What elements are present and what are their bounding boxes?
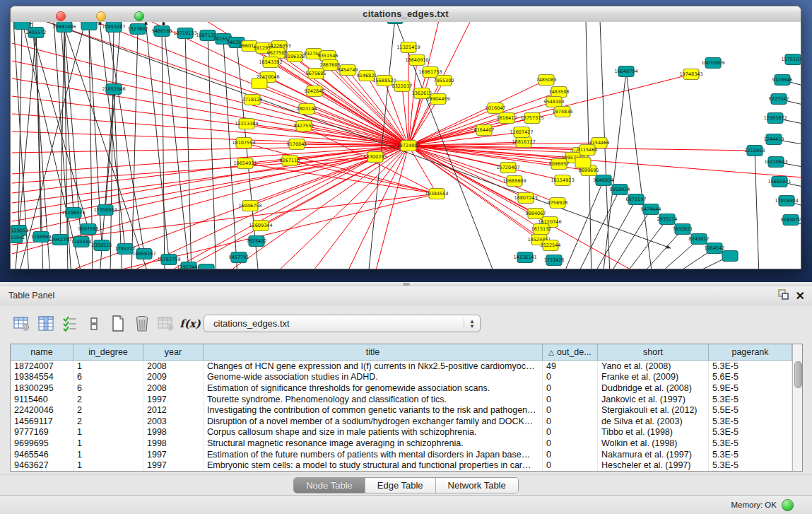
graph-node[interactable]: 8164407 bbox=[474, 125, 495, 136]
column-header-out_de[interactable]: △out_de... bbox=[543, 344, 598, 360]
graph-node[interactable]: 16816127 bbox=[512, 137, 535, 148]
graph-node[interactable] bbox=[722, 251, 738, 262]
table-cell[interactable]: Wolkin et al. (1998) bbox=[598, 438, 709, 449]
table-row[interactable]: 911546021997Tourette syndrome. Phenomeno… bbox=[11, 394, 792, 405]
table-cell[interactable]: 1 bbox=[73, 438, 143, 449]
table-cell[interactable]: 6 bbox=[73, 372, 143, 383]
graph-node[interactable]: 12093872 bbox=[763, 113, 787, 124]
table-cell[interactable]: 9463627 bbox=[11, 460, 73, 471]
table-cell[interactable]: Estimation of significance thresholds fo… bbox=[204, 382, 543, 394]
table-cell[interactable]: Dudbridge et al. (2008) bbox=[598, 382, 709, 394]
table-cell[interactable]: 1 bbox=[73, 361, 143, 372]
graph-node[interactable]: 9245072 bbox=[781, 215, 801, 226]
table-cell[interactable]: Nakamura et al. (1997) bbox=[598, 449, 709, 460]
table-cell[interactable]: 5.3E-5 bbox=[709, 460, 792, 471]
table-cell[interactable]: 0 bbox=[543, 460, 598, 471]
graph-node[interactable]: 10853287 bbox=[102, 22, 125, 33]
graph-node[interactable]: 1615132 bbox=[531, 224, 552, 235]
graph-node[interactable]: 5675685 bbox=[306, 69, 326, 79]
column-header-name[interactable]: name bbox=[11, 344, 73, 360]
table-cell[interactable]: Franke et al. (2009) bbox=[598, 372, 709, 383]
memory-indicator[interactable] bbox=[782, 499, 794, 511]
table-cell[interactable]: 5.3E-5 bbox=[709, 394, 792, 405]
graph-node[interactable] bbox=[575, 158, 591, 168]
graph-node[interactable]: 14136141 bbox=[513, 252, 536, 263]
delete-column-button[interactable] bbox=[155, 313, 177, 335]
graph-node[interactable]: 1616412 bbox=[497, 113, 517, 124]
graph-node[interactable]: 2522544 bbox=[541, 240, 561, 251]
graph-node[interactable]: 8958924 bbox=[610, 185, 630, 195]
table-row[interactable]: 977716911998Corpus callosum shape and si… bbox=[11, 427, 792, 438]
table-cell[interactable]: 14569117 bbox=[11, 416, 73, 427]
graph-node[interactable]: 1016047 bbox=[486, 103, 506, 114]
table-cell[interactable]: 1997 bbox=[143, 394, 204, 405]
table-cell[interactable]: Embryonic stem cells: a model to study s… bbox=[204, 460, 543, 471]
table-cell[interactable]: 5.3E-5 bbox=[709, 361, 792, 372]
graph-node[interactable]: 8322037 bbox=[392, 81, 413, 92]
graph-node[interactable]: 2803144 bbox=[297, 104, 317, 115]
graph-node[interactable]: 9115460 bbox=[577, 145, 598, 156]
column-header-short[interactable]: short bbox=[598, 344, 709, 360]
network-canvas[interactable]: 2405572206914061085328715276029466160107… bbox=[11, 22, 801, 269]
graph-node[interactable]: 11325419 bbox=[396, 42, 420, 53]
graph-node[interactable]: 12923446 bbox=[177, 262, 200, 269]
table-cell[interactable]: 9699695 bbox=[11, 438, 73, 449]
table-row[interactable]: 1872400712008Changes of HCN gene express… bbox=[11, 361, 792, 372]
scrollbar-thumb[interactable] bbox=[794, 361, 802, 388]
graph-node[interactable]: 18107554 bbox=[232, 138, 255, 148]
graph-node[interactable]: 2935114 bbox=[657, 214, 678, 225]
table-cell[interactable]: 9777169 bbox=[11, 427, 73, 438]
table-selector-dropdown[interactable]: citations_edges.txt ▲▼ bbox=[204, 315, 481, 332]
table-cell[interactable]: 9115460 bbox=[11, 394, 73, 405]
table-cell[interactable]: 0 bbox=[543, 416, 598, 427]
graph-node[interactable]: 9548303 bbox=[544, 97, 565, 107]
table-row[interactable]: 969969511998Structural magnetic resonanc… bbox=[11, 438, 792, 449]
table-cell[interactable]: Changes of HCN gene expression and I(f) … bbox=[204, 361, 543, 372]
graph-node[interactable]: 9474444 bbox=[641, 204, 661, 215]
graph-node[interactable]: 17016504 bbox=[775, 196, 798, 206]
column-header-pagerank[interactable]: pagerank bbox=[709, 344, 792, 360]
graph-node[interactable]: 1350515 bbox=[92, 240, 112, 251]
graph-node[interactable]: 1244419 bbox=[764, 134, 784, 145]
table-cell[interactable]: 0 bbox=[543, 404, 598, 416]
table-cell[interactable]: 2 bbox=[73, 416, 143, 427]
table-cell[interactable]: 1997 bbox=[143, 449, 204, 460]
graph-node[interactable]: 3915941 bbox=[11, 233, 25, 243]
table-cell[interactable]: Hescheler et al. (1997) bbox=[598, 460, 709, 471]
table-cell[interactable]: Investigating the contribution of common… bbox=[204, 404, 543, 416]
graph-node[interactable]: 21053346 bbox=[102, 84, 125, 95]
table-cell[interactable]: 2012 bbox=[143, 404, 204, 416]
table-cell[interactable]: 6 bbox=[73, 382, 143, 394]
column-header-in_degree[interactable]: in_degree bbox=[73, 344, 143, 360]
table-cell[interactable]: 0 bbox=[543, 394, 598, 405]
table-cell[interactable]: 1998 bbox=[143, 427, 204, 438]
graph-node[interactable]: 16648794 bbox=[614, 66, 637, 77]
tab-edge-table[interactable]: Edge Table bbox=[365, 478, 435, 493]
column-header-title[interactable]: title bbox=[204, 344, 543, 360]
graph-node[interactable] bbox=[199, 264, 214, 269]
graph-node[interactable]: 9457791 bbox=[229, 252, 249, 263]
table-row[interactable]: 2242004622012Investigating the contribut… bbox=[11, 404, 792, 416]
graph-node[interactable]: 15720407 bbox=[496, 163, 519, 173]
table-row[interactable]: 1938455462009Genome-wide association stu… bbox=[11, 372, 792, 383]
graph-node[interactable]: 9466160 bbox=[152, 26, 172, 37]
graph-node[interactable]: 1483508 bbox=[549, 87, 570, 98]
table-cell[interactable]: 0 bbox=[543, 449, 598, 460]
splitter-handle-icon[interactable] bbox=[403, 283, 410, 286]
table-cell[interactable]: 2008 bbox=[143, 382, 204, 394]
table-cell[interactable]: 18300295 bbox=[11, 382, 73, 394]
table-cell[interactable]: Jankovic et al. (1997) bbox=[598, 394, 709, 405]
table-cell[interactable]: 2 bbox=[73, 404, 143, 416]
graph-node[interactable]: 8186328 bbox=[285, 52, 305, 62]
function-builder-button[interactable]: f(x) bbox=[180, 313, 201, 335]
table-cell[interactable]: 19384554 bbox=[11, 372, 73, 383]
table-cell[interactable]: 1 bbox=[73, 427, 143, 438]
graph-node[interactable]: 9170041 bbox=[287, 139, 307, 150]
graph-node[interactable]: 1733426 bbox=[544, 255, 565, 266]
graph-node[interactable]: 16210643 bbox=[764, 157, 787, 168]
table-cell[interactable]: 5.3E-5 bbox=[709, 416, 792, 427]
graph-node[interactable]: 2718129 bbox=[242, 95, 263, 105]
table-settings-button[interactable] bbox=[11, 313, 33, 335]
table-cell[interactable]: 49 bbox=[543, 361, 598, 372]
graph-node[interactable]: 8454749 bbox=[338, 65, 358, 76]
